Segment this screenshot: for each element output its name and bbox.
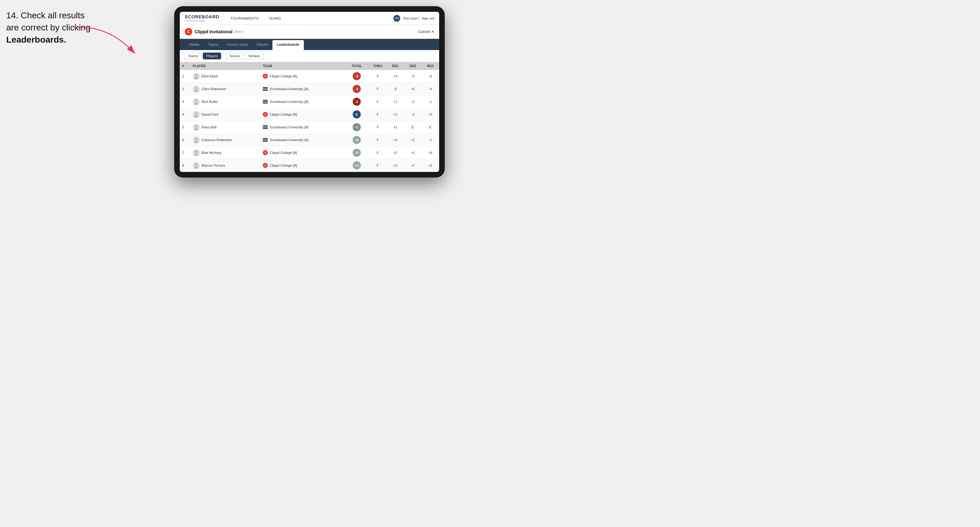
svg-rect-18 bbox=[263, 127, 268, 128]
filter-strokes[interactable]: Strokes bbox=[245, 52, 263, 59]
cell-total: +1 bbox=[345, 121, 369, 134]
svg-point-2 bbox=[194, 77, 199, 79]
col-header-total: TOTAL bbox=[345, 62, 369, 70]
nav-tournaments[interactable]: TOURNAMENTS bbox=[229, 15, 260, 21]
team-name: Clippd College [A] bbox=[270, 151, 297, 154]
cell-rd2: +1 bbox=[404, 146, 422, 159]
svg-rect-5 bbox=[263, 87, 268, 88]
col-header-thru: THRU bbox=[369, 62, 387, 70]
tablet-device: SCOREBOARD Powered by clippd TOURNAMENTS… bbox=[87, 6, 442, 178]
cell-rd1: -5 bbox=[387, 83, 404, 95]
tab-teams[interactable]: Teams bbox=[204, 39, 223, 50]
svg-point-15 bbox=[195, 125, 197, 127]
score-badge: E bbox=[353, 110, 361, 119]
cancel-button[interactable]: Cancel ✕ bbox=[418, 30, 434, 34]
svg-point-25 bbox=[195, 151, 197, 153]
tab-course-setup[interactable]: Course Setup bbox=[223, 39, 252, 50]
cell-rank: 6 bbox=[180, 134, 190, 146]
cell-player: David Ford bbox=[190, 108, 260, 121]
cell-total: +6 bbox=[345, 134, 369, 146]
tablet-outer: SCOREBOARD Powered by clippd TOURNAMENTS… bbox=[174, 6, 445, 178]
cell-team: Scoreboard University [A] bbox=[260, 134, 344, 146]
logo-area: SCOREBOARD Powered by clippd bbox=[185, 14, 219, 22]
nav-teams[interactable]: TEAMS bbox=[267, 15, 283, 21]
player-avatar bbox=[193, 124, 200, 130]
cell-rank: 1 bbox=[180, 70, 190, 83]
filter-teams[interactable]: Teams bbox=[185, 52, 202, 59]
tab-results[interactable]: Results bbox=[252, 39, 272, 50]
cell-thru: F bbox=[369, 121, 387, 134]
svg-rect-22 bbox=[263, 138, 268, 139]
table-header-row: # PLAYER TEAM TOTAL THRU RD1 RD2 RD3 bbox=[180, 62, 439, 70]
player-avatar bbox=[193, 98, 200, 105]
cell-total: -2 bbox=[345, 95, 369, 108]
svg-point-20 bbox=[195, 138, 197, 140]
cell-thru: F bbox=[369, 83, 387, 95]
team-name: Scoreboard University [A] bbox=[270, 100, 309, 103]
cell-rd3: -1 bbox=[422, 134, 439, 146]
cell-total: +11 bbox=[345, 159, 369, 172]
leaderboard-table-container: # PLAYER TEAM TOTAL THRU RD1 RD2 RD3 bbox=[180, 62, 439, 172]
scoreboard-logo bbox=[263, 87, 268, 91]
score-badge: +1 bbox=[353, 123, 361, 131]
player-avatar bbox=[193, 73, 200, 79]
svg-rect-23 bbox=[263, 140, 268, 141]
player-avatar bbox=[193, 111, 200, 118]
table-row: 5 Rees Britt Scoreboard University [A]+1… bbox=[180, 121, 439, 134]
tournament-type: (Men) bbox=[234, 30, 243, 33]
svg-point-14 bbox=[194, 115, 199, 118]
tab-details[interactable]: Details bbox=[185, 39, 204, 50]
cell-rd2: +5 bbox=[404, 83, 422, 95]
cell-total: -8 bbox=[345, 70, 369, 83]
cell-total: +9 bbox=[345, 146, 369, 159]
player-name: Cameron Robertson bbox=[202, 138, 232, 142]
cell-total: -4 bbox=[345, 83, 369, 95]
cell-team: CClippd College [A] bbox=[260, 70, 344, 83]
table-row: 6 Cameron Robertson Scoreboard Universit… bbox=[180, 134, 439, 146]
cell-player: Cameron Robertson bbox=[190, 134, 260, 146]
score-badge: -4 bbox=[353, 85, 361, 93]
col-header-rank: # bbox=[180, 62, 190, 70]
col-header-rd2: RD2 bbox=[404, 62, 422, 70]
svg-point-16 bbox=[194, 128, 199, 130]
filter-players[interactable]: Players bbox=[203, 52, 221, 59]
score-badge: +9 bbox=[353, 149, 361, 157]
cell-total: E bbox=[345, 108, 369, 121]
tournament-name: Clippd Invitational bbox=[195, 29, 232, 34]
cell-team: Scoreboard University [A] bbox=[260, 121, 344, 134]
score-badge: +6 bbox=[353, 136, 361, 144]
scoreboard-logo bbox=[263, 100, 268, 104]
cell-rd3: -1 bbox=[422, 95, 439, 108]
score-badge: -8 bbox=[353, 72, 361, 80]
svg-rect-6 bbox=[263, 89, 268, 89]
instruction-line2: are correct by clicking bbox=[6, 23, 91, 32]
cell-player: Marcus Turners bbox=[190, 159, 260, 172]
cell-rd1: +1 bbox=[387, 108, 404, 121]
cell-rd1: +1 bbox=[387, 121, 404, 134]
cell-team: CClippd College [A] bbox=[260, 108, 344, 121]
table-row: 7 Blair McHarg CClippd College [A]+9F+2+… bbox=[180, 146, 439, 159]
svg-rect-7 bbox=[263, 90, 268, 91]
player-name: David Ford bbox=[202, 113, 218, 116]
col-header-team: TEAM bbox=[260, 62, 344, 70]
nav-bar: SCOREBOARD Powered by clippd TOURNAMENTS… bbox=[180, 12, 439, 25]
cell-rd3: -5 bbox=[422, 70, 439, 83]
cell-player: Elliot Ebert bbox=[190, 70, 260, 83]
table-row: 3 Rich Butler Scoreboard University [A]-… bbox=[180, 95, 439, 108]
col-header-player: PLAYER bbox=[190, 62, 260, 70]
cell-rank: 3 bbox=[180, 95, 190, 108]
player-avatar bbox=[193, 137, 200, 143]
cell-rank: 2 bbox=[180, 83, 190, 95]
cell-thru: F bbox=[369, 146, 387, 159]
col-header-rd3: RD3 bbox=[422, 62, 439, 70]
player-avatar bbox=[193, 149, 200, 156]
sign-out-link[interactable]: Sign out bbox=[422, 16, 434, 20]
logo-text: SCOREBOARD bbox=[185, 14, 219, 19]
cell-rd3: E bbox=[422, 121, 439, 134]
player-name: Blair McHarg bbox=[202, 151, 221, 154]
tab-leaderboards[interactable]: Leaderboards bbox=[272, 40, 304, 50]
svg-point-28 bbox=[194, 166, 199, 169]
cell-team: Scoreboard University [A] bbox=[260, 95, 344, 108]
filter-scores[interactable]: Scores bbox=[226, 52, 243, 59]
cell-rd3: +2 bbox=[422, 159, 439, 172]
